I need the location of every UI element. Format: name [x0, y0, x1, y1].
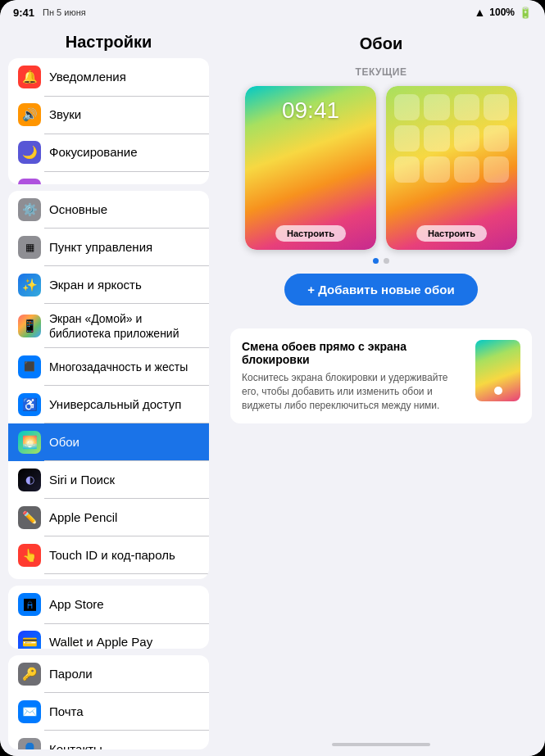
status-bar: 9:41 Пн 5 июня ▲ 100% 🔋 [0, 0, 545, 25]
applepencil-label: Apple Pencil [49, 510, 117, 525]
fake-icon [424, 156, 449, 183]
lock-screen-preview[interactable]: 09:41 Настроить [245, 86, 376, 250]
homescreen-label: Экран «Домой» и библиотека приложений [49, 311, 199, 341]
home-icons-grid [394, 94, 509, 183]
touchid-icon: 👆 [18, 544, 41, 567]
sidebar-group-3: 🅰 App Store 💳 Wallet и Apple Pay [8, 586, 209, 649]
customize-lock-btn[interactable]: Настроить [275, 225, 346, 242]
home-screen-preview[interactable]: Настроить [386, 86, 517, 250]
info-card-text: Смена обоев прямо с экрана блокировки Ко… [242, 340, 466, 412]
sidebar: Настройки 🔔 Уведомления 🔊 Звуки 🌙 Фокуси… [0, 25, 217, 756]
wallpaper-icon: 🌅 [18, 431, 41, 454]
icon-row-1 [394, 94, 509, 120]
fake-icon [394, 156, 420, 183]
multitasking-label: Многозадачность и жесты [49, 360, 188, 374]
fake-icon [394, 125, 420, 152]
wifi-icon: ▲ [474, 6, 485, 19]
sidebar-item-passwords[interactable]: 🔑 Пароли [8, 655, 209, 693]
fake-icon [454, 125, 479, 152]
sidebar-group-1: 🔔 Уведомления 🔊 Звуки 🌙 Фокусирование ⏱ … [8, 58, 209, 184]
home-indicator [332, 743, 430, 746]
battery-level: 100% [489, 7, 515, 18]
sidebar-item-multitasking[interactable]: ⬛ Многозадачность и жесты [8, 348, 209, 386]
sidebar-item-homescreen[interactable]: 📱 Экран «Домой» и библиотека приложений [8, 304, 209, 348]
customize-home-btn[interactable]: Настроить [416, 225, 487, 242]
contacts-label: Контакты [49, 742, 102, 749]
display-label: Экран и яркость [49, 278, 142, 292]
notifications-icon: 🔔 [18, 66, 41, 88]
fake-icon [484, 94, 509, 120]
icon-row-2 [394, 125, 509, 152]
screentime-icon: ⏱ [18, 179, 41, 184]
controlcenter-label: Пункт управления [49, 240, 152, 255]
panel-title: Обои [217, 25, 545, 60]
wallpaper-section: ТЕКУЩИЕ 09:41 Настроить [217, 60, 545, 328]
battery-icon: 🔋 [519, 7, 532, 19]
lock-screen-thumbnail [475, 340, 520, 401]
sidebar-group-4: 🔑 Пароли ✉️ Почта 👤 Контакты [8, 655, 209, 749]
status-date: Пн 5 июня [43, 7, 86, 17]
appstore-label: App Store [49, 597, 104, 612]
general-icon: ⚙️ [18, 198, 41, 221]
general-label: Основные [49, 202, 107, 217]
sounds-icon: 🔊 [18, 103, 41, 126]
sidebar-item-siri[interactable]: ◐ Siri и Поиск [8, 461, 209, 499]
sidebar-item-battery[interactable]: 🔋 Аккумулятор [8, 574, 209, 579]
accessibility-icon: ♿ [18, 393, 41, 416]
sidebar-item-accessibility[interactable]: ♿ Универсальный доступ [8, 386, 209, 423]
info-card-desc: Коснитесь экрана блокировки и удерживайт… [242, 371, 466, 412]
mail-label: Почта [49, 704, 84, 719]
main-layout: Настройки 🔔 Уведомления 🔊 Звуки 🌙 Фокуси… [0, 25, 545, 756]
siri-icon: ◐ [18, 469, 41, 491]
fake-icon [424, 94, 449, 120]
applepencil-icon: ✏️ [18, 506, 41, 529]
add-wallpaper-button[interactable]: + Добавить новые обои [284, 274, 477, 306]
fake-icon [454, 94, 479, 120]
sidebar-item-controlcenter[interactable]: ▦ Пункт управления [8, 229, 209, 266]
fake-icon [484, 156, 509, 183]
homescreen-icon: 📱 [18, 315, 41, 337]
sidebar-item-contacts[interactable]: 👤 Контакты [8, 731, 209, 749]
sidebar-item-sounds[interactable]: 🔊 Звуки [8, 96, 209, 134]
icon-row-3 [394, 156, 509, 183]
dot-2 [384, 258, 389, 264]
lock-time: 09:41 [282, 99, 339, 122]
mail-icon: ✉️ [18, 700, 41, 723]
fake-icon [424, 125, 449, 152]
screentime-label: Экранное время [49, 183, 143, 184]
wallet-icon: 💳 [18, 631, 41, 649]
passwords-label: Пароли [49, 667, 93, 681]
fake-icon [484, 125, 509, 152]
wallet-label: Wallet и Apple Pay [49, 635, 152, 649]
accessibility-label: Универсальный доступ [49, 397, 181, 412]
passwords-icon: 🔑 [18, 663, 41, 686]
sidebar-item-screentime[interactable]: ⏱ Экранное время [8, 171, 209, 184]
notifications-label: Уведомления [49, 70, 126, 84]
sidebar-title: Настройки [0, 25, 217, 58]
sidebar-item-general[interactable]: ⚙️ Основные [8, 191, 209, 229]
info-card-title: Смена обоев прямо с экрана блокировки [242, 340, 466, 366]
dot-1 [373, 258, 379, 264]
appstore-icon: 🅰 [18, 593, 41, 616]
sidebar-item-notifications[interactable]: 🔔 Уведомления [8, 58, 209, 96]
sidebar-item-display[interactable]: ✨ Экран и яркость [8, 266, 209, 304]
sidebar-item-focus[interactable]: 🌙 Фокусирование [8, 134, 209, 171]
sidebar-item-touchid[interactable]: 👆 Touch ID и код-пароль [8, 536, 209, 574]
lock-thumb-dot [494, 387, 502, 395]
touchid-label: Touch ID и код-пароль [49, 548, 175, 563]
wallpaper-previews: 09:41 Настроить [230, 86, 532, 250]
preview-dots [230, 258, 532, 264]
sidebar-item-applepencil[interactable]: ✏️ Apple Pencil [8, 499, 209, 536]
wallpaper-label: Обои [49, 435, 79, 450]
sidebar-item-wallpaper[interactable]: 🌅 Обои [8, 423, 209, 461]
sidebar-item-wallet[interactable]: 💳 Wallet и Apple Pay [8, 623, 209, 649]
contacts-icon: 👤 [18, 738, 41, 749]
sidebar-item-appstore[interactable]: 🅰 App Store [8, 586, 209, 623]
sidebar-item-mail[interactable]: ✉️ Почта [8, 693, 209, 731]
ipad-settings-screen: 9:41 Пн 5 июня ▲ 100% 🔋 Настройки 🔔 Увед… [0, 0, 545, 756]
multitasking-icon: ⬛ [18, 355, 41, 378]
right-panel: Обои ТЕКУЩИЕ 09:41 Настроить [217, 25, 545, 756]
sounds-label: Звуки [49, 107, 81, 122]
focus-icon: 🌙 [18, 141, 41, 164]
section-header: ТЕКУЩИЕ [230, 66, 532, 78]
